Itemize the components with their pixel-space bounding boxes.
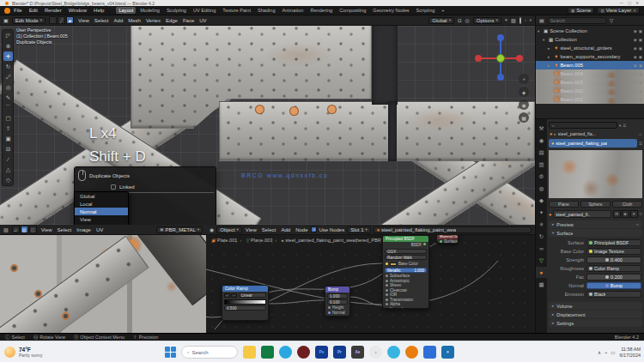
editor-type-icon[interactable]: ▣: [3, 17, 9, 23]
surface-section-header[interactable]: ▾ Surface: [549, 229, 642, 237]
distance-field[interactable]: 0.100: [327, 299, 348, 305]
properties-tab-icon[interactable]: ◆: [536, 195, 547, 206]
visibility-icon[interactable]: ◉: [634, 81, 637, 85]
material-datablock-name[interactable]: steel_painted_fl..: [553, 210, 611, 218]
workspace-tab[interactable]: +: [439, 7, 447, 14]
topbar-menu-item[interactable]: Help: [93, 8, 105, 13]
workspace-tab[interactable]: Modeling: [137, 7, 162, 14]
outliner-row[interactable]: ▸ ▼ steel_structural_girders ◉ ▣: [536, 44, 644, 52]
shader-editor[interactable]: Color Ramp ＋ － Linear 0.500 Bump 1.000 0…: [206, 225, 535, 333]
expand-caret-icon[interactable]: ▸: [548, 81, 552, 85]
breadcrumb-item[interactable]: ▽ Plane.003: [240, 238, 272, 243]
render-visibility-icon[interactable]: ▣: [639, 81, 642, 85]
viewport-scene[interactable]: User Perspective (1) Collection | Beam.0…: [0, 26, 535, 225]
tool-button[interactable]: ↻: [3, 62, 13, 71]
dropdown-option[interactable]: Local: [75, 200, 128, 208]
shader-mode-selector[interactable]: Object ▾: [216, 226, 242, 233]
workspace-tab[interactable]: Shading: [255, 7, 278, 14]
material-slot-row[interactable]: ● steel_painted_flaking_pai: [549, 139, 637, 148]
gizmo-z-handle[interactable]: [497, 34, 504, 41]
preview-shape-button[interactable]: Plane: [549, 201, 579, 208]
tool-button[interactable]: ◸: [3, 31, 13, 40]
tool-button[interactable]: ✛: [3, 51, 13, 61]
viewport-menu-item[interactable]: Select: [94, 18, 110, 23]
outliner-row[interactable]: ▾ ▣ Scene Collection ◉ ▣: [536, 27, 644, 35]
slot-selector[interactable]: Slot 1 ▾: [347, 226, 371, 233]
property-value-field[interactable]: Color Ramp: [586, 265, 641, 272]
tool-button[interactable]: ◇: [3, 175, 13, 184]
image-mode-button[interactable]: ◫: [29, 226, 37, 233]
collapsed-section-header[interactable]: ▸ Volume: [549, 302, 642, 310]
expand-caret-icon[interactable]: ▸: [548, 55, 552, 59]
properties-tab-icon[interactable]: ▥: [536, 159, 547, 170]
datablock-action-button[interactable]: ◈: [622, 210, 629, 218]
menu-burger-icon[interactable]: ☰: [623, 124, 626, 128]
properties-tab-icon[interactable]: ◉: [536, 135, 547, 146]
taskbar-app-icon[interactable]: [387, 346, 400, 359]
properties-tab-icon[interactable]: ⚙: [536, 171, 547, 182]
taskbar-app-icon[interactable]: [423, 346, 436, 359]
property-value-field[interactable]: Principled BSDF: [586, 239, 641, 246]
expand-caret-icon[interactable]: ▾: [543, 38, 547, 42]
clock-widget[interactable]: 11:58 AM 6/17/2024: [620, 347, 641, 359]
workspace-tab[interactable]: UV Editing: [191, 7, 218, 14]
properties-search-field[interactable]: ⌕: [549, 122, 617, 129]
render-visibility-icon[interactable]: ▣: [639, 29, 642, 33]
preview-shape-button[interactable]: Cloth: [612, 201, 642, 208]
render-visibility-icon[interactable]: ▣: [639, 89, 642, 94]
node-title[interactable]: Color Ramp: [222, 286, 268, 292]
editor-type-icon[interactable]: ▤: [539, 17, 544, 23]
expand-caret-icon[interactable]: ▸: [548, 63, 552, 68]
outliner-row[interactable]: ▸ ▼ Beam.005 ◉ ▣: [536, 61, 644, 69]
redo-panel[interactable]: Duplicate Objects Linked GlobalLocalNorm…: [74, 166, 216, 225]
property-value-field[interactable]: 0.200: [586, 274, 641, 281]
workspace-tab[interactable]: Animation: [280, 7, 307, 14]
gizmo-z-handle[interactable]: [497, 74, 504, 81]
expand-caret-icon[interactable]: ▾: [538, 29, 542, 33]
pan-nav-button[interactable]: ◈: [519, 87, 529, 97]
topbar-menu-item[interactable]: Window: [68, 8, 88, 13]
properties-tab-icon[interactable]: ⚒: [536, 123, 547, 134]
color-chip[interactable]: [390, 262, 397, 266]
select-mode-button[interactable]: ╱: [58, 16, 65, 24]
material-name-field[interactable]: ● steel_painted_flaking_paint_wea: [374, 226, 532, 233]
render-visibility-icon[interactable]: ▣: [639, 38, 642, 42]
visibility-icon[interactable]: ◉: [634, 72, 637, 76]
image-editor[interactable]: ▨ ▱▨◫ ViewSelectImageUV ▣ PBR_METAL ▾: [0, 225, 206, 333]
filter-funnel-icon[interactable]: ▽: [640, 212, 642, 216]
outliner-row[interactable]: ▸ ▼ Beam.001 ◉ ▣: [536, 95, 644, 104]
principled-bsdf-node[interactable]: Principled BSDF BSDF GGX Random Walk Bas…: [382, 235, 429, 309]
properties-tab-icon[interactable]: ▽: [536, 255, 547, 266]
outliner-search-input[interactable]: [547, 17, 607, 24]
add-stop-button[interactable]: ＋: [224, 293, 230, 298]
property-value-field[interactable]: 0.400: [586, 256, 641, 263]
tool-button[interactable]: ⌒: [3, 103, 13, 112]
viewport-menu-item[interactable]: Edge: [165, 18, 179, 23]
visibility-icon[interactable]: ◉: [634, 46, 637, 51]
chevron-down-icon[interactable]: ▾: [619, 124, 621, 128]
expand-caret-icon[interactable]: ▸: [548, 98, 552, 102]
render-visibility-icon[interactable]: ▣: [639, 46, 642, 51]
dropdown-option[interactable]: Normal: [75, 208, 128, 215]
viewport-menu-item[interactable]: View: [77, 18, 90, 23]
visibility-icon[interactable]: ◉: [634, 38, 637, 42]
visibility-icon[interactable]: ◉: [634, 89, 637, 94]
start-button[interactable]: [165, 347, 176, 358]
blender-logo-icon[interactable]: [4, 8, 10, 14]
tool-button[interactable]: ▣: [3, 134, 13, 143]
view-layer-selector[interactable]: ▥ View Layer ✕: [597, 7, 640, 14]
orientation-selector[interactable]: Global ▾: [428, 17, 454, 24]
render-visibility-icon[interactable]: ▣: [639, 55, 642, 59]
tool-button[interactable]: ✎: [3, 93, 13, 102]
workspace-tab[interactable]: Sculpting: [164, 7, 189, 14]
window-control-button[interactable]: ▢: [628, 1, 631, 5]
outliner-row[interactable]: ▸ ▼ Beam.002 ◉ ▣: [536, 87, 644, 95]
image-name-selector[interactable]: ▣ PBR_METAL ▾: [156, 226, 203, 233]
properties-tab-icon[interactable]: ∞: [536, 243, 547, 254]
taskbar-app-icon[interactable]: Ae: [351, 346, 364, 359]
wireframe-shading-button[interactable]: [519, 18, 521, 23]
outliner-row[interactable]: ▾ ▦ Collection ◉ ▣: [536, 35, 644, 44]
use-nodes-toggle[interactable]: ✓ Use Nodes: [311, 226, 344, 232]
topbar-menu-item[interactable]: File: [13, 8, 23, 13]
preview-section-header[interactable]: ▸ Preview ═: [549, 220, 642, 228]
